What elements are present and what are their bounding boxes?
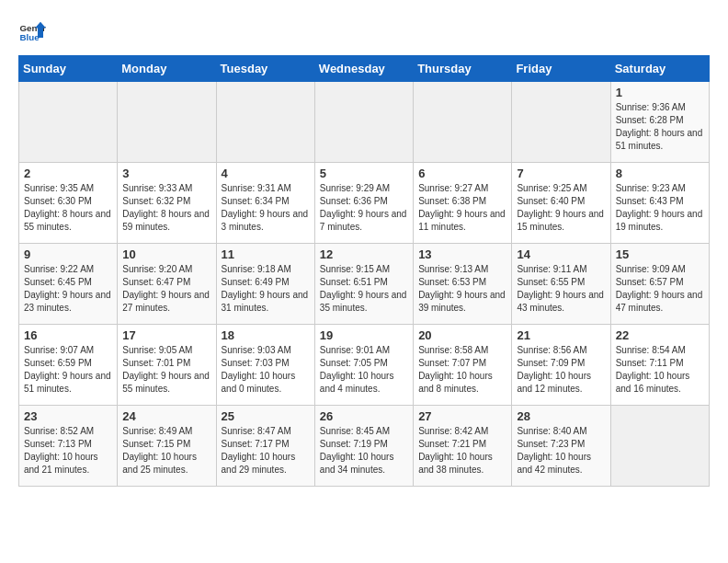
day-info: Sunrise: 8:56 AMSunset: 7:09 PMDaylight:… — [517, 344, 605, 396]
day-info: Sunrise: 9:29 AMSunset: 6:36 PMDaylight:… — [320, 182, 408, 234]
day-number: 12 — [320, 247, 408, 261]
weekday-header-monday: Monday — [118, 56, 216, 82]
day-info: Sunrise: 8:52 AMSunset: 7:13 PMDaylight:… — [24, 425, 112, 477]
day-number: 20 — [418, 328, 506, 342]
day-number: 9 — [24, 247, 112, 261]
day-info: Sunrise: 9:22 AMSunset: 6:45 PMDaylight:… — [24, 263, 112, 315]
logo-icon: General Blue — [18, 18, 46, 46]
day-number: 6 — [418, 167, 506, 180]
calendar-cell — [610, 406, 709, 487]
day-info: Sunrise: 9:20 AMSunset: 6:47 PMDaylight:… — [122, 263, 210, 315]
day-number: 16 — [24, 328, 112, 342]
calendar-cell: 25Sunrise: 8:47 AMSunset: 7:17 PMDayligh… — [216, 406, 314, 487]
calendar-cell: 24Sunrise: 8:49 AMSunset: 7:15 PMDayligh… — [118, 406, 216, 487]
day-number: 24 — [122, 409, 210, 423]
calendar-cell: 21Sunrise: 8:56 AMSunset: 7:09 PMDayligh… — [512, 325, 610, 406]
day-info: Sunrise: 9:18 AMSunset: 6:49 PMDaylight:… — [222, 263, 310, 315]
calendar-cell: 9Sunrise: 9:22 AMSunset: 6:45 PMDaylight… — [19, 244, 118, 325]
day-info: Sunrise: 8:45 AMSunset: 7:19 PMDaylight:… — [320, 425, 408, 477]
weekday-header-wednesday: Wednesday — [314, 56, 413, 82]
calendar-cell: 23Sunrise: 8:52 AMSunset: 7:13 PMDayligh… — [19, 406, 118, 487]
weekday-header-row: SundayMondayTuesdayWednesdayThursdayFrid… — [19, 56, 710, 82]
calendar-cell: 17Sunrise: 9:05 AMSunset: 7:01 PMDayligh… — [118, 325, 216, 406]
day-info: Sunrise: 9:03 AMSunset: 7:03 PMDaylight:… — [222, 344, 310, 396]
day-number: 3 — [122, 167, 210, 180]
logo: General Blue — [18, 18, 46, 46]
svg-text:Blue: Blue — [20, 32, 40, 42]
calendar-cell: 8Sunrise: 9:23 AMSunset: 6:43 PMDaylight… — [610, 163, 709, 244]
week-row-3: 9Sunrise: 9:22 AMSunset: 6:45 PMDaylight… — [19, 244, 710, 325]
day-number: 2 — [24, 167, 112, 180]
calendar-cell: 19Sunrise: 9:01 AMSunset: 7:05 PMDayligh… — [314, 325, 413, 406]
weekday-header-sunday: Sunday — [19, 56, 118, 82]
day-info: Sunrise: 9:31 AMSunset: 6:34 PMDaylight:… — [222, 182, 310, 234]
day-info: Sunrise: 8:47 AMSunset: 7:17 PMDaylight:… — [222, 425, 310, 477]
calendar-cell: 18Sunrise: 9:03 AMSunset: 7:03 PMDayligh… — [216, 325, 314, 406]
calendar-cell: 13Sunrise: 9:13 AMSunset: 6:53 PMDayligh… — [414, 244, 512, 325]
day-info: Sunrise: 9:11 AMSunset: 6:55 PMDaylight:… — [517, 263, 605, 315]
day-info: Sunrise: 9:36 AMSunset: 6:28 PMDaylight:… — [616, 101, 704, 153]
weekday-header-saturday: Saturday — [610, 56, 709, 82]
calendar-cell: 15Sunrise: 9:09 AMSunset: 6:57 PMDayligh… — [610, 244, 709, 325]
calendar-cell — [512, 82, 610, 163]
weekday-header-thursday: Thursday — [414, 56, 512, 82]
calendar-cell: 12Sunrise: 9:15 AMSunset: 6:51 PMDayligh… — [314, 244, 413, 325]
day-number: 13 — [418, 247, 506, 261]
day-number: 17 — [122, 328, 210, 342]
calendar-cell: 2Sunrise: 9:35 AMSunset: 6:30 PMDaylight… — [19, 163, 118, 244]
day-info: Sunrise: 8:54 AMSunset: 7:11 PMDaylight:… — [616, 344, 704, 396]
day-number: 11 — [222, 247, 310, 261]
calendar-cell: 22Sunrise: 8:54 AMSunset: 7:11 PMDayligh… — [610, 325, 709, 406]
day-info: Sunrise: 9:23 AMSunset: 6:43 PMDaylight:… — [616, 182, 704, 234]
calendar-cell: 7Sunrise: 9:25 AMSunset: 6:40 PMDaylight… — [512, 163, 610, 244]
day-number: 1 — [616, 86, 704, 99]
day-info: Sunrise: 8:49 AMSunset: 7:15 PMDaylight:… — [122, 425, 210, 477]
day-number: 14 — [517, 247, 605, 261]
calendar-cell: 14Sunrise: 9:11 AMSunset: 6:55 PMDayligh… — [512, 244, 610, 325]
day-info: Sunrise: 9:07 AMSunset: 6:59 PMDaylight:… — [24, 344, 112, 396]
calendar-cell — [216, 82, 314, 163]
week-row-2: 2Sunrise: 9:35 AMSunset: 6:30 PMDaylight… — [19, 163, 710, 244]
calendar-cell: 3Sunrise: 9:33 AMSunset: 6:32 PMDaylight… — [118, 163, 216, 244]
calendar-cell — [19, 82, 118, 163]
day-info: Sunrise: 9:15 AMSunset: 6:51 PMDaylight:… — [320, 263, 408, 315]
day-number: 21 — [517, 328, 605, 342]
calendar-cell — [118, 82, 216, 163]
calendar-cell: 27Sunrise: 8:42 AMSunset: 7:21 PMDayligh… — [414, 406, 512, 487]
weekday-header-friday: Friday — [512, 56, 610, 82]
day-info: Sunrise: 8:58 AMSunset: 7:07 PMDaylight:… — [418, 344, 506, 396]
day-number: 7 — [517, 167, 605, 180]
calendar-cell: 16Sunrise: 9:07 AMSunset: 6:59 PMDayligh… — [19, 325, 118, 406]
calendar-cell: 11Sunrise: 9:18 AMSunset: 6:49 PMDayligh… — [216, 244, 314, 325]
calendar-cell — [314, 82, 413, 163]
day-number: 19 — [320, 328, 408, 342]
day-number: 22 — [616, 328, 704, 342]
calendar-cell: 20Sunrise: 8:58 AMSunset: 7:07 PMDayligh… — [414, 325, 512, 406]
day-number: 23 — [24, 409, 112, 423]
day-number: 8 — [616, 167, 704, 180]
day-info: Sunrise: 9:09 AMSunset: 6:57 PMDaylight:… — [616, 263, 704, 315]
calendar-cell — [414, 82, 512, 163]
day-info: Sunrise: 9:01 AMSunset: 7:05 PMDaylight:… — [320, 344, 408, 396]
week-row-1: 1Sunrise: 9:36 AMSunset: 6:28 PMDaylight… — [19, 82, 710, 163]
calendar-cell: 6Sunrise: 9:27 AMSunset: 6:38 PMDaylight… — [414, 163, 512, 244]
week-row-5: 23Sunrise: 8:52 AMSunset: 7:13 PMDayligh… — [19, 406, 710, 487]
calendar-table: SundayMondayTuesdayWednesdayThursdayFrid… — [18, 55, 710, 487]
day-info: Sunrise: 9:35 AMSunset: 6:30 PMDaylight:… — [24, 182, 112, 234]
day-number: 25 — [222, 409, 310, 423]
day-number: 26 — [320, 409, 408, 423]
day-number: 4 — [222, 167, 310, 180]
day-number: 15 — [616, 247, 704, 261]
day-info: Sunrise: 9:05 AMSunset: 7:01 PMDaylight:… — [122, 344, 210, 396]
calendar-cell: 26Sunrise: 8:45 AMSunset: 7:19 PMDayligh… — [314, 406, 413, 487]
page-header: General Blue — [18, 18, 710, 46]
calendar-cell: 1Sunrise: 9:36 AMSunset: 6:28 PMDaylight… — [610, 82, 709, 163]
calendar-cell: 5Sunrise: 9:29 AMSunset: 6:36 PMDaylight… — [314, 163, 413, 244]
day-number: 28 — [517, 409, 605, 423]
day-info: Sunrise: 9:13 AMSunset: 6:53 PMDaylight:… — [418, 263, 506, 315]
calendar-cell: 4Sunrise: 9:31 AMSunset: 6:34 PMDaylight… — [216, 163, 314, 244]
day-info: Sunrise: 9:25 AMSunset: 6:40 PMDaylight:… — [517, 182, 605, 234]
day-number: 10 — [122, 247, 210, 261]
day-info: Sunrise: 8:40 AMSunset: 7:23 PMDaylight:… — [517, 425, 605, 477]
day-info: Sunrise: 9:33 AMSunset: 6:32 PMDaylight:… — [122, 182, 210, 234]
